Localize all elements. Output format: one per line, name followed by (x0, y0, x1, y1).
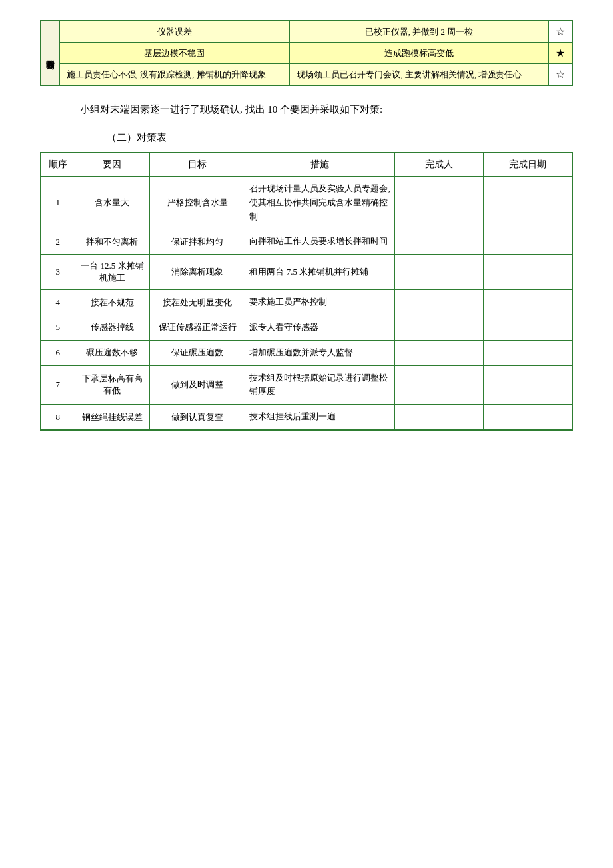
seq-2: 2 (41, 229, 75, 255)
header-target: 目标 (150, 153, 245, 177)
target-2: 保证拌和均匀 (150, 229, 245, 255)
target-8: 做到认真复查 (150, 405, 245, 430)
table-row: 8 钢丝绳挂线误差 做到认真复查 技术组挂线后重测一遍 (41, 405, 572, 430)
top-table-container: 影响标高因素 仪器误差 已校正仪器, 并做到 2 周一检 ☆ 基层边模不稳固 造… (40, 20, 573, 86)
seq-6: 6 (41, 340, 75, 365)
table-row: 影响标高因素 仪器误差 已校正仪器, 并做到 2 周一检 ☆ (41, 21, 572, 43)
summary-text: 小组对末端因素逐一进行了现场确认, 找出 10 个要因并采取如下对策: (80, 99, 573, 119)
measure-4: 要求施工员严格控制 (245, 290, 395, 315)
table-row: 5 传感器掉线 保证传感器正常运行 派专人看守传感器 (41, 315, 572, 340)
reason-3: 一台 12.5 米摊铺机施工 (75, 255, 150, 290)
measure-2: 向拌和站工作人员要求增长拌和时间 (245, 229, 395, 255)
measure-1: 召开现场计量人员及实验人员专题会, 使其相互协作共同完成含水量精确控制 (245, 177, 395, 229)
header-date: 完成日期 (484, 153, 572, 177)
person-7 (395, 365, 484, 405)
influence-factors-table: 影响标高因素 仪器误差 已校正仪器, 并做到 2 周一检 ☆ 基层边模不稳固 造… (40, 20, 573, 86)
reason-7: 下承层标高有高有低 (75, 365, 150, 405)
person-2 (395, 229, 484, 255)
effect-cell-2: 造成跑模标高变低 (290, 43, 548, 64)
person-8 (395, 405, 484, 430)
table-row: 基层边模不稳固 造成跑模标高变低 ★ (41, 43, 572, 64)
reason-5: 传感器掉线 (75, 315, 150, 340)
date-8 (484, 405, 572, 430)
header-reason: 要因 (75, 153, 150, 177)
strategy-table: 顺序 要因 目标 措施 完成人 完成日期 1 含水量大 严格控制含水量 召开现场… (40, 152, 573, 431)
reason-2: 拌和不匀离析 (75, 229, 150, 255)
measure-5: 派专人看守传感器 (245, 315, 395, 340)
measure-6: 增加碾压遍数并派专人监督 (245, 340, 395, 365)
header-seq: 顺序 (41, 153, 75, 177)
table-row: 6 碾压遍数不够 保证碾压遍数 增加碾压遍数并派专人监督 (41, 340, 572, 365)
star-cell-3: ☆ (548, 64, 572, 86)
table-row: 施工员责任心不强, 没有跟踪检测, 摊铺机的升降现象 现场领工员已召开专门会议,… (41, 64, 572, 86)
table-row: 4 接茬不规范 接茬处无明显变化 要求施工员严格控制 (41, 290, 572, 315)
reason-4: 接茬不规范 (75, 290, 150, 315)
reason-8: 钢丝绳挂线误差 (75, 405, 150, 430)
table-row: 2 拌和不匀离析 保证拌和均匀 向拌和站工作人员要求增长拌和时间 (41, 229, 572, 255)
seq-4: 4 (41, 290, 75, 315)
seq-8: 8 (41, 405, 75, 430)
table-row: 7 下承层标高有高有低 做到及时调整 技术组及时根据原始记录进行调整松铺厚度 (41, 365, 572, 405)
date-4 (484, 290, 572, 315)
date-3 (484, 255, 572, 290)
date-1 (484, 177, 572, 229)
date-2 (484, 229, 572, 255)
person-3 (395, 255, 484, 290)
person-6 (395, 340, 484, 365)
seq-5: 5 (41, 315, 75, 340)
star-cell-2: ★ (548, 43, 572, 64)
date-6 (484, 340, 572, 365)
seq-1: 1 (41, 177, 75, 229)
seq-3: 3 (41, 255, 75, 290)
date-5 (484, 315, 572, 340)
section-title: （二）对策表 (107, 131, 573, 144)
reason-6: 碾压遍数不够 (75, 340, 150, 365)
reason-1: 含水量大 (75, 177, 150, 229)
effect-cell-3: 现场领工员已召开专门会议, 主要讲解相关情况, 增强责任心 (290, 64, 548, 86)
target-3: 消除离析现象 (150, 255, 245, 290)
effect-cell-1: 已校正仪器, 并做到 2 周一检 (290, 21, 548, 43)
table-row: 3 一台 12.5 米摊铺机施工 消除离析现象 租用两台 7.5 米摊铺机并行摊… (41, 255, 572, 290)
cause-cell-3: 施工员责任心不强, 没有跟踪检测, 摊铺机的升降现象 (59, 64, 290, 86)
person-4 (395, 290, 484, 315)
target-4: 接茬处无明显变化 (150, 290, 245, 315)
measure-3: 租用两台 7.5 米摊铺机并行摊铺 (245, 255, 395, 290)
table-header-row: 顺序 要因 目标 措施 完成人 完成日期 (41, 153, 572, 177)
header-measure: 措施 (245, 153, 395, 177)
measure-7: 技术组及时根据原始记录进行调整松铺厚度 (245, 365, 395, 405)
target-6: 保证碾压遍数 (150, 340, 245, 365)
target-5: 保证传感器正常运行 (150, 315, 245, 340)
person-5 (395, 315, 484, 340)
seq-7: 7 (41, 365, 75, 405)
table-row: 1 含水量大 严格控制含水量 召开现场计量人员及实验人员专题会, 使其相互协作共… (41, 177, 572, 229)
header-person: 完成人 (395, 153, 484, 177)
person-1 (395, 177, 484, 229)
target-1: 严格控制含水量 (150, 177, 245, 229)
date-7 (484, 365, 572, 405)
measure-8: 技术组挂线后重测一遍 (245, 405, 395, 430)
cause-cell-1: 仪器误差 (59, 21, 290, 43)
row-header-label: 影响标高因素 (41, 21, 59, 85)
cause-cell-2: 基层边模不稳固 (59, 43, 290, 64)
target-7: 做到及时调整 (150, 365, 245, 405)
star-cell-1: ☆ (548, 21, 572, 43)
